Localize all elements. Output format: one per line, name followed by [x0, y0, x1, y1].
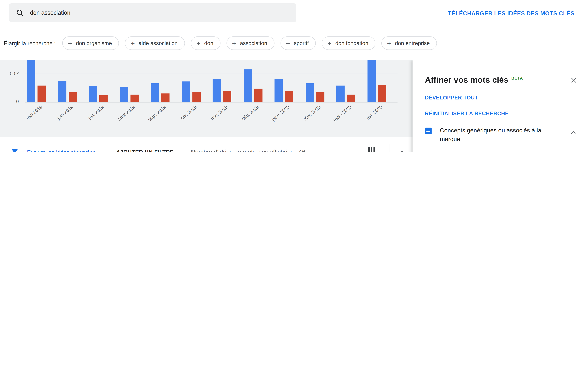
bar-group-f-vr-2020: [305, 83, 324, 102]
x-axis-label: déc. 2019: [241, 104, 260, 122]
columns-button[interactable]: COLONNES: [362, 147, 381, 152]
broaden-chip-don[interactable]: +don: [191, 36, 220, 50]
chip-label: don fondation: [335, 40, 368, 46]
chip-label: aide association: [139, 40, 178, 46]
add-filter-button[interactable]: AJOUTER UN FILTRE: [116, 149, 174, 152]
bar-primary: [27, 60, 35, 102]
keyword-planner-page: don association TÉLÉCHARGER LES IDÉES DE…: [0, 0, 588, 152]
broaden-chip-don-fondation[interactable]: +don fondation: [322, 36, 376, 50]
bar-group-oct-2019: [182, 81, 200, 102]
bar-secondary: [347, 95, 355, 102]
beta-badge: BÊTA: [511, 76, 523, 80]
search-query-text: don association: [30, 9, 70, 16]
add-icon: +: [286, 40, 290, 47]
close-icon[interactable]: [570, 77, 578, 84]
add-icon: +: [196, 40, 200, 47]
bar-primary: [213, 79, 221, 102]
x-axis-baseline: [25, 102, 398, 102]
broaden-chip-aide-association[interactable]: +aide association: [125, 36, 185, 50]
x-axis-label: avr. 2020: [365, 104, 384, 121]
x-axis-label: août 2019: [116, 104, 136, 122]
add-icon: +: [232, 40, 236, 47]
bar-primary: [58, 81, 66, 102]
chip-label: association: [240, 40, 267, 46]
refine-group-label: Concepts génériques ou associés à la mar…: [440, 126, 553, 143]
bar-primary: [182, 81, 190, 102]
y-axis-tick-0: 0: [4, 99, 19, 104]
broaden-chip-association[interactable]: +association: [226, 36, 274, 50]
bar-secondary: [68, 92, 77, 102]
bar-group-mai-2019: [27, 60, 46, 102]
add-icon: +: [68, 40, 72, 47]
search-icon: [16, 9, 24, 17]
expand-all-link[interactable]: DÉVELOPPER TOUT: [425, 95, 578, 100]
exclude-reserved-ideas-link[interactable]: Exclure les idées réservées...: [27, 149, 100, 152]
chip-label: don: [204, 40, 213, 46]
refine-item-non-marques[interactable]: Non-MarquesMots clés: [425, 150, 578, 152]
columns-icon: [368, 147, 375, 152]
broaden-chip-don-organisme[interactable]: +don organisme: [63, 36, 119, 50]
chip-label: sportif: [294, 40, 309, 46]
bar-primary: [305, 83, 314, 102]
bar-group-mars-2020: [336, 86, 355, 102]
broaden-search-label: Élargir la recherche :: [4, 40, 56, 46]
refine-panel-title: Affiner vos mots clés: [425, 75, 508, 85]
refine-group-header[interactable]: Concepts génériques ou associés à la mar…: [425, 126, 578, 143]
chevron-up-icon[interactable]: [569, 128, 578, 137]
bar-secondary: [223, 91, 231, 102]
bar-secondary: [38, 86, 46, 102]
bar-secondary: [285, 91, 293, 102]
indeterminate-checkbox[interactable]: [425, 128, 432, 134]
refine-panel-header: Affiner vos mots clés BÊTA: [425, 75, 578, 85]
refine-items-list: Non-MarquesMots clésNon-Brands459Organis…: [425, 150, 578, 152]
broaden-chips-list: +don organisme+aide association+don+asso…: [63, 36, 437, 50]
collapse-chart-icon[interactable]: [398, 147, 407, 152]
bar-chart-plot: [25, 60, 398, 102]
y-axis-tick-50k: 50 k: [4, 71, 19, 76]
broaden-search-row: Élargir la recherche : +don organisme+ai…: [0, 26, 588, 60]
bar-secondary: [378, 85, 386, 102]
x-axis-label: sept. 2019: [147, 104, 167, 122]
x-axis-label: juil. 2019: [87, 104, 105, 121]
add-icon: +: [131, 40, 135, 47]
chip-label: don entreprise: [395, 40, 430, 46]
x-axis-label: mars 2020: [332, 104, 353, 123]
x-axis-labels: mai 2019juin 2019juil. 2019août 2019sept…: [25, 104, 398, 136]
refine-keywords-panel: Affiner vos mots clés BÊTA DÉVELOPPER TO…: [412, 60, 588, 152]
keyword-search-box[interactable]: don association: [9, 3, 296, 22]
x-axis-label: févr. 2020: [302, 104, 322, 122]
x-axis-label: nov. 2019: [210, 104, 229, 121]
add-icon: +: [387, 40, 391, 47]
x-axis-label: juin 2019: [56, 104, 74, 121]
broaden-chip-don-entreprise[interactable]: +don entreprise: [381, 36, 437, 50]
bar-secondary: [254, 88, 262, 102]
download-keyword-ideas-link[interactable]: TÉLÉCHARGER LES IDÉES DES MOTS CLÉS: [448, 0, 575, 26]
bar-secondary: [99, 95, 108, 102]
keyword-ideas-count-text: Nombre d'idées de mots clés affichées : …: [191, 149, 310, 152]
search-volume-chart: 50 k 0 mai 2019juin 2019juil. 2019août 2…: [0, 60, 412, 137]
chip-label: don organisme: [76, 40, 112, 46]
bar-secondary: [130, 95, 139, 102]
filter-icon: [10, 148, 19, 152]
x-axis-label: oct. 2019: [180, 104, 198, 121]
bar-primary: [367, 60, 376, 102]
broaden-chip-sportif[interactable]: +sportif: [280, 36, 316, 50]
bar-primary: [336, 86, 345, 102]
bar-group-juin-2019: [58, 81, 77, 102]
reset-search-link[interactable]: RÉINITIALISER LA RECHERCHE: [425, 110, 578, 116]
bar-group-d-c-2019: [244, 69, 262, 102]
bar-secondary: [161, 93, 169, 102]
bar-secondary: [316, 92, 324, 102]
bar-group-janv-2020: [274, 79, 293, 102]
bar-group-avr-2020: [367, 60, 386, 102]
add-icon: +: [327, 40, 332, 47]
bar-primary: [274, 79, 283, 102]
bar-group-nov-2019: [213, 79, 231, 102]
bar-primary: [89, 86, 97, 102]
bar-secondary: [192, 92, 200, 102]
bar-group-juil-2019: [89, 86, 107, 102]
bar-primary: [151, 83, 159, 102]
bar-group-ao-t-2019: [120, 87, 138, 102]
x-axis-label: janv. 2020: [271, 104, 291, 122]
divider: [389, 144, 390, 152]
